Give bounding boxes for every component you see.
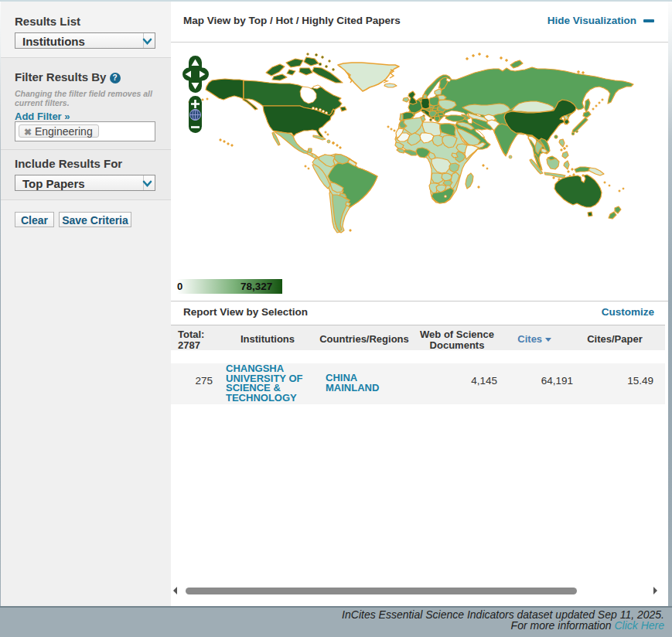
svg-text:78,327: 78,327 (240, 281, 272, 292)
svg-text:0: 0 (177, 281, 182, 292)
